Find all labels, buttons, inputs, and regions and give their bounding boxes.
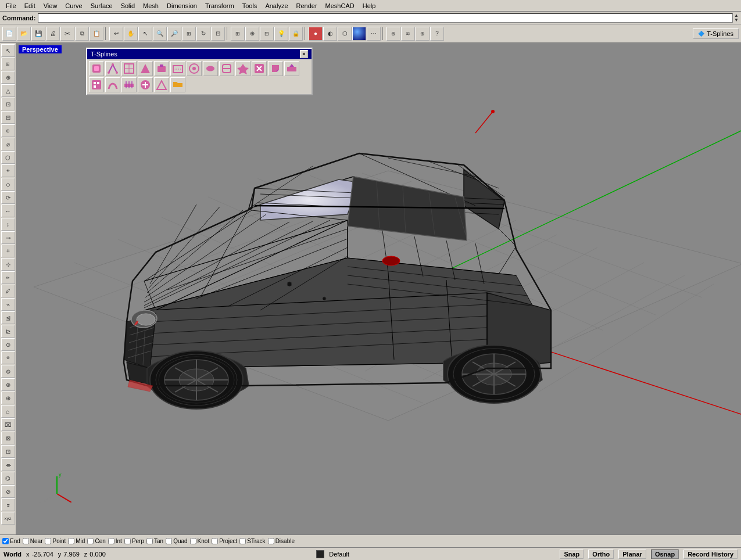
sidebar-btn-10[interactable]: ⌖ <box>1 164 15 177</box>
tan-checkbox[interactable] <box>146 538 153 544</box>
snap-btn[interactable]: ⊕ <box>245 27 259 41</box>
more-btn[interactable]: ⋯ <box>367 27 381 41</box>
tspline-tool-4[interactable] <box>138 61 153 76</box>
tsplines-toolbar-button[interactable]: 🔷 T-Splines <box>693 28 739 39</box>
sidebar-btn-9[interactable]: ⬡ <box>1 151 15 164</box>
tspline-tool-16[interactable] <box>121 77 137 92</box>
sidebar-btn-2[interactable]: ⊞ <box>1 58 15 70</box>
sidebar-btn-20[interactable]: ⌁ <box>1 298 15 311</box>
cut-button[interactable]: ✂ <box>60 27 74 41</box>
sidebar-btn-25[interactable]: ⊚ <box>1 365 15 378</box>
tspline-tool-3[interactable] <box>121 61 137 76</box>
tspline-tool-12[interactable] <box>268 61 283 76</box>
strack-checkbox[interactable] <box>239 538 246 544</box>
tspline-tool-14[interactable] <box>89 77 104 92</box>
sidebar-btn-5[interactable]: ⊡ <box>1 98 15 110</box>
tspline-tool-1[interactable] <box>89 61 104 76</box>
sidebar-btn-3[interactable]: ⊕ <box>1 71 15 84</box>
help-icon-btn[interactable]: ? <box>430 27 444 41</box>
sidebar-btn-1[interactable]: ↖ <box>1 44 15 57</box>
snap-tan[interactable]: Tan <box>146 538 163 544</box>
snap-project[interactable]: Project <box>212 538 237 544</box>
sidebar-btn-8[interactable]: ⌀ <box>1 138 15 150</box>
menu-view[interactable]: View <box>40 2 61 10</box>
perp-checkbox[interactable] <box>124 538 131 544</box>
snap-quad[interactable]: Quad <box>166 538 187 544</box>
menu-edit[interactable]: Edit <box>21 2 39 10</box>
copy-button[interactable]: ⧉ <box>75 27 89 41</box>
osnap-button[interactable]: Osnap <box>651 550 679 559</box>
analysis-btn3[interactable]: ⊕ <box>416 27 429 41</box>
zoom-button2[interactable]: 🔎 <box>167 27 181 41</box>
menu-curve[interactable]: Curve <box>62 2 85 10</box>
zoom-in-button[interactable]: 🔍 <box>153 27 167 41</box>
new-button[interactable]: 📄 <box>2 27 16 41</box>
sidebar-btn-16[interactable]: ⌗ <box>1 245 15 257</box>
tspline-tool-18[interactable] <box>154 77 169 92</box>
sidebar-btn-12[interactable]: ⟳ <box>1 191 15 204</box>
sidebar-btn-14[interactable]: ↕ <box>1 218 15 231</box>
menu-help[interactable]: Help <box>359 2 380 10</box>
command-scroll[interactable]: ▲ ▼ <box>734 13 739 23</box>
sidebar-btn-24[interactable]: ⊛ <box>1 351 15 364</box>
snap-point[interactable]: Point <box>45 538 66 544</box>
sidebar-btn-34[interactable]: ⊘ <box>1 485 15 498</box>
sidebar-btn-29[interactable]: ⌧ <box>1 418 15 431</box>
menu-transform[interactable]: Transform <box>202 2 238 10</box>
zoom-extent[interactable]: ⊡ <box>211 27 225 41</box>
sidebar-btn-28[interactable]: ⌂ <box>1 405 15 418</box>
tspline-tool-folder[interactable] <box>170 77 185 92</box>
sidebar-btn-4[interactable]: △ <box>1 84 15 97</box>
save-button[interactable]: 💾 <box>31 27 45 41</box>
menu-render[interactable]: Render <box>293 2 321 10</box>
wire-btn[interactable]: ⊟ <box>260 27 274 41</box>
tspline-tool-9[interactable] <box>219 61 234 76</box>
sidebar-btn-19[interactable]: 🖊 <box>1 285 15 297</box>
tspline-tool-13[interactable] <box>284 61 299 76</box>
mesh-btn[interactable]: ⬡ <box>338 27 352 41</box>
mid-checkbox[interactable] <box>68 538 74 544</box>
tsplines-panel-titlebar[interactable]: T-Splines × <box>87 49 312 59</box>
analysis-btn2[interactable]: ≋ <box>401 27 415 41</box>
snap-int[interactable]: Int <box>108 538 122 544</box>
sidebar-btn-33[interactable]: ⌬ <box>1 472 15 484</box>
sidebar-btn-6[interactable]: ⊟ <box>1 111 15 124</box>
snap-end[interactable]: End <box>2 538 20 544</box>
light-btn[interactable]: 💡 <box>274 27 288 41</box>
disable-checkbox[interactable] <box>268 538 274 544</box>
tspline-tool-2[interactable] <box>105 61 120 76</box>
point-checkbox[interactable] <box>45 538 51 544</box>
ortho-button[interactable]: Ortho <box>588 550 614 559</box>
snap-strack[interactable]: STrack <box>239 538 265 544</box>
sidebar-btn-18[interactable]: ✏ <box>1 271 15 284</box>
sidebar-btn-32[interactable]: ⌯ <box>1 458 15 471</box>
paste-button[interactable]: 📋 <box>90 27 103 41</box>
int-checkbox[interactable] <box>108 538 114 544</box>
tspline-tool-10[interactable] <box>235 61 250 76</box>
tspline-tool-6[interactable] <box>170 61 185 76</box>
analysis-btn1[interactable]: ⊛ <box>386 27 400 41</box>
sidebar-btn-22[interactable]: ⊵ <box>1 325 15 338</box>
sidebar-btn-13[interactable]: ↔ <box>1 204 15 217</box>
snap-button[interactable]: Snap <box>560 550 584 559</box>
tspline-tool-17[interactable] <box>138 77 153 92</box>
sidebar-btn-30[interactable]: ⊠ <box>1 432 15 444</box>
snap-cen[interactable]: Cen <box>87 538 105 544</box>
menu-tools[interactable]: Tools <box>239 2 261 10</box>
snap-knot[interactable]: Knot <box>190 538 210 544</box>
menu-solid[interactable]: Solid <box>117 2 138 10</box>
viewport-btn[interactable]: ⊞ <box>231 27 245 41</box>
open-button[interactable]: 📂 <box>17 27 31 41</box>
menu-meshcad[interactable]: MeshCAD <box>322 2 358 10</box>
sidebar-btn-35[interactable]: ⌆ <box>1 498 15 511</box>
quad-checkbox[interactable] <box>166 538 172 544</box>
viewport[interactable]: Perspective T-Splines × <box>16 43 741 534</box>
tspline-tool-11[interactable] <box>252 61 267 76</box>
print-button[interactable]: 🖨 <box>46 27 60 41</box>
tspline-tool-7[interactable] <box>187 61 202 76</box>
snap-disable[interactable]: Disable <box>268 538 295 544</box>
near-checkbox[interactable] <box>23 538 29 544</box>
sidebar-btn-23[interactable]: ⊙ <box>1 338 15 351</box>
menu-analyze[interactable]: Analyze <box>262 2 291 10</box>
menu-file[interactable]: File <box>2 2 20 10</box>
